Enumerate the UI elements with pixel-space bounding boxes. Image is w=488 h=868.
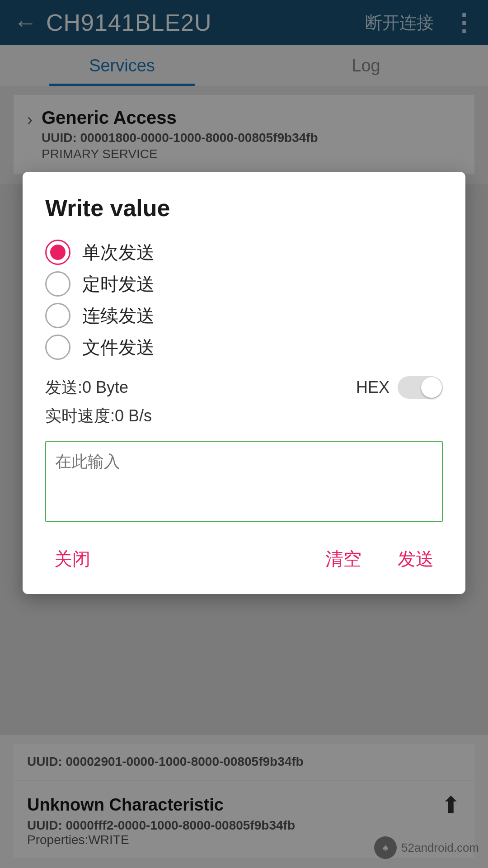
dialog-right-buttons: 清空 发送 bbox=[316, 542, 443, 576]
hex-label: HEX bbox=[356, 378, 389, 397]
realtime-speed-label: 实时速度:0 B/s bbox=[45, 406, 152, 425]
radio-circle-continuous bbox=[45, 303, 70, 328]
radio-label-file: 文件发送 bbox=[82, 335, 155, 360]
realtime-row: 实时速度:0 B/s bbox=[45, 405, 443, 427]
toggle-knob bbox=[421, 377, 442, 398]
value-input[interactable] bbox=[45, 441, 443, 522]
send-info-row: 发送:0 Byte HEX bbox=[45, 376, 443, 399]
radio-single[interactable]: 单次发送 bbox=[45, 240, 443, 265]
close-button[interactable]: 关闭 bbox=[45, 542, 99, 576]
radio-circle-file bbox=[45, 335, 70, 360]
hex-toggle-container: HEX bbox=[356, 376, 443, 399]
radio-label-single: 单次发送 bbox=[82, 240, 155, 265]
send-mode-radio-group: 单次发送 定时发送 连续发送 文件发送 bbox=[45, 240, 443, 360]
hex-toggle[interactable] bbox=[398, 376, 443, 399]
dialog-title: Write value bbox=[45, 194, 443, 222]
radio-label-timed: 定时发送 bbox=[82, 272, 155, 297]
radio-continuous[interactable]: 连续发送 bbox=[45, 303, 443, 328]
write-value-dialog: Write value 单次发送 定时发送 连续发送 文件发送 发送:0 Byt… bbox=[23, 172, 465, 594]
radio-label-continuous: 连续发送 bbox=[82, 303, 155, 328]
send-bytes-label: 发送:0 Byte bbox=[45, 377, 128, 399]
radio-timed[interactable]: 定时发送 bbox=[45, 271, 443, 297]
clear-button[interactable]: 清空 bbox=[316, 542, 371, 576]
radio-circle-single bbox=[45, 240, 70, 265]
radio-circle-timed bbox=[45, 271, 70, 297]
send-button[interactable]: 发送 bbox=[389, 542, 443, 576]
radio-file[interactable]: 文件发送 bbox=[45, 335, 443, 360]
dialog-buttons: 关闭 清空 发送 bbox=[45, 542, 443, 576]
